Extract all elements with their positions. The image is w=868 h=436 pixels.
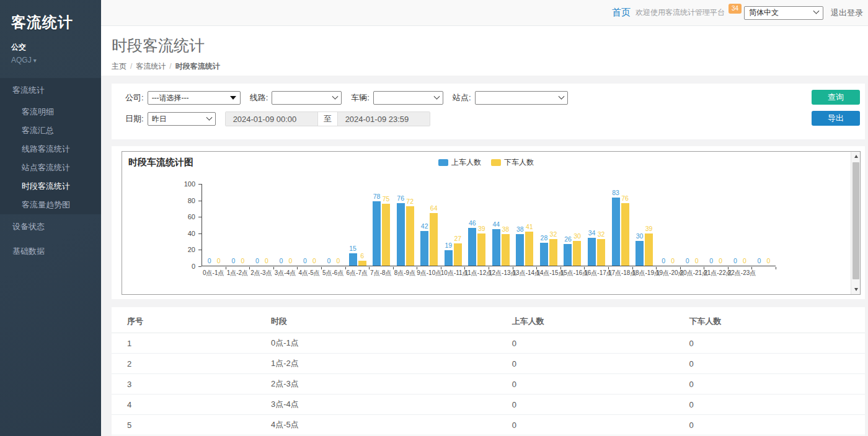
content: 公司: ---请选择--- 线路: 车辆: 站点: (101, 76, 868, 436)
logout-link[interactable]: 退出登录 (831, 7, 863, 19)
notification-badge[interactable]: 34 (728, 4, 742, 14)
bar-value-label: 44 (492, 220, 500, 228)
bar-下车人数-18点-19点[interactable]: 39 (645, 233, 653, 266)
bar-group-3点-4点: 00 (274, 183, 298, 266)
bar-group-4点-5点: 00 (298, 183, 322, 266)
bar-上车人数-13点-14点[interactable]: 38 (516, 234, 524, 266)
breadcrumb-item: 时段客流统计 (175, 62, 220, 71)
date-preset-value: 昨日 (152, 114, 167, 124)
company-select[interactable]: ---请选择--- (148, 91, 241, 105)
bar-下车人数-9点-10点[interactable]: 64 (430, 213, 438, 266)
x-axis-tick-mark (728, 267, 728, 269)
table-row[interactable]: 54点-5点00 (112, 415, 865, 435)
bar-上车人数-6点-7点[interactable]: 15 (349, 253, 357, 266)
bar-上车人数-11点-12点[interactable]: 46 (468, 228, 476, 266)
table-row[interactable]: 21点-2点00 (112, 354, 865, 374)
bar-下车人数-17点-18点[interactable]: 76 (621, 203, 629, 266)
bar-value-label: 0 (757, 257, 761, 264)
bar-上车人数-12点-13点[interactable]: 44 (492, 229, 500, 266)
table-row[interactable]: 32点-3点00 (112, 374, 865, 395)
menu-group: 客流统计客流明细客流汇总线路客流统计站点客流统计时段客流统计客流量趋势图 (0, 78, 101, 214)
breadcrumb-item[interactable]: 主页 (112, 62, 126, 71)
bar-value-label: 75 (383, 195, 390, 203)
home-link[interactable]: 首页 (612, 7, 631, 19)
line-select[interactable] (272, 91, 342, 105)
sidebar-section-设备状态[interactable]: 设备状态 (0, 214, 101, 239)
bar-上车人数-16点-17点[interactable]: 34 (588, 238, 596, 266)
date-preset-select[interactable]: 昨日 (148, 112, 216, 126)
user-dropdown[interactable]: AQGJ▾ (11, 56, 90, 64)
scrollbar-thumb[interactable] (852, 162, 859, 279)
legend-item-上车人数[interactable]: 上车人数 (438, 157, 481, 168)
bar-下车人数-13点-14点[interactable]: 41 (525, 232, 533, 266)
bar-value-label: 41 (526, 223, 533, 230)
bar-value-label: 0 (327, 257, 331, 264)
menu-group: 设备状态 (0, 214, 101, 239)
bar-group-16点-17点: 3432 (585, 183, 609, 266)
date-start-input[interactable]: 2024-01-09 00:00 (226, 112, 317, 126)
vehicle-select[interactable] (373, 91, 443, 105)
bar-下车人数-10点-11点[interactable]: 27 (454, 243, 462, 266)
query-button[interactable]: 查询 (812, 90, 860, 105)
legend-item-下车人数[interactable]: 下车人数 (491, 157, 534, 168)
date-end-input[interactable]: 2024-01-09 23:59 (338, 112, 430, 126)
sidebar-section-基础数据[interactable]: 基础数据 (0, 239, 101, 264)
sidebar-item-时段客流统计[interactable]: 时段客流统计 (0, 177, 101, 196)
scroll-down-icon[interactable] (851, 285, 861, 294)
bar-下车人数-6点-7点[interactable]: 6 (358, 261, 366, 266)
bar-下车人数-14点-15点[interactable]: 32 (549, 239, 557, 266)
table-cell: 0 (684, 354, 865, 374)
table-row[interactable]: 10点-1点00 (112, 333, 865, 354)
bar-上车人数-17点-18点[interactable]: 83 (612, 198, 620, 266)
bar-下车人数-11点-12点[interactable]: 39 (477, 233, 485, 266)
export-button[interactable]: 导出 (812, 111, 860, 126)
bar-下车人数-15点-16点[interactable]: 30 (573, 241, 581, 266)
bar-group-5点-6点: 00 (322, 183, 346, 266)
x-axis-tick-label: 10点-11点 (441, 269, 465, 277)
bar-value-label: 38 (516, 225, 524, 233)
bar-group-20点-21点: 00 (680, 183, 704, 266)
bar-上车人数-18点-19点[interactable]: 30 (636, 241, 644, 266)
x-axis-tick-label: 22点-23点 (728, 269, 752, 277)
bar-下车人数-16点-17点[interactable]: 32 (597, 239, 605, 266)
chart-vertical-scrollbar[interactable] (851, 152, 860, 294)
sidebar-item-站点客流统计[interactable]: 站点客流统计 (0, 159, 101, 177)
sidebar-section-客流统计[interactable]: 客流统计 (0, 78, 101, 103)
bar-group-15点-16点: 2630 (560, 183, 585, 266)
bar-上车人数-9点-10点[interactable]: 42 (420, 231, 428, 266)
bar-下车人数-12点-13点[interactable]: 38 (502, 234, 510, 266)
bar-上车人数-14点-15点[interactable]: 28 (540, 243, 548, 266)
y-axis-tick-mark (198, 250, 202, 250)
column-header-上车人数: 上车人数 (507, 310, 684, 333)
station-select[interactable] (475, 91, 568, 105)
bar-value-label: 28 (541, 234, 548, 242)
sidebar-item-客流明细[interactable]: 客流明细 (0, 103, 101, 121)
breadcrumb-item[interactable]: 客流统计 (136, 62, 166, 71)
bar-group-2点-3点: 00 (250, 183, 274, 266)
bar-下车人数-7点-8点[interactable]: 75 (382, 204, 390, 266)
bar-value-label: 0 (312, 257, 316, 264)
x-axis-tick-mark (632, 267, 633, 269)
sidebar-item-线路客流统计[interactable]: 线路客流统计 (0, 140, 101, 159)
table-row[interactable]: 43点-4点00 (112, 395, 865, 415)
scroll-up-icon[interactable] (851, 152, 861, 161)
bar-group-12点-13点: 4438 (489, 183, 513, 266)
sidebar-item-客流汇总[interactable]: 客流汇总 (0, 121, 101, 140)
bar-上车人数-10点-11点[interactable]: 19 (445, 250, 453, 266)
column-header-时段: 时段 (266, 310, 507, 333)
bar-group-7点-8点: 7875 (370, 183, 394, 266)
bar-value-label: 0 (766, 257, 770, 264)
bar-group-23点-24点: 00 (752, 183, 776, 266)
table-cell: 4 (112, 395, 266, 415)
bar-上车人数-7点-8点[interactable]: 78 (373, 201, 381, 266)
bar-value-label: 30 (574, 232, 581, 240)
bar-上车人数-15点-16点[interactable]: 26 (564, 244, 572, 266)
vehicle-label: 车辆: (351, 92, 370, 103)
sidebar-item-客流量趋势图[interactable]: 客流量趋势图 (0, 196, 101, 214)
bar-下车人数-8点-9点[interactable]: 72 (406, 206, 414, 266)
bar-上车人数-8点-9点[interactable]: 76 (397, 203, 405, 266)
bar-value-label: 83 (612, 189, 619, 196)
language-select[interactable]: 简体中文 (744, 6, 823, 20)
bar-value-label: 42 (421, 222, 428, 230)
y-axis-tick-mark (198, 184, 202, 185)
